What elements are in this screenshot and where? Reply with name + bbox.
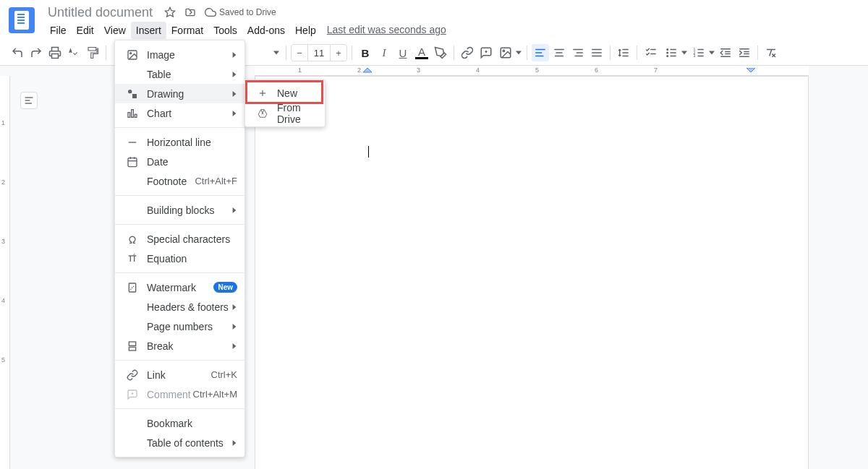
insert-label: Equation <box>147 253 237 264</box>
link-button[interactable] <box>459 44 476 61</box>
insert-label: Comment <box>147 389 193 400</box>
break-icon <box>125 340 140 352</box>
insert-horizontal-line[interactable]: Horizontal line <box>115 132 244 152</box>
insert-label: Page numbers <box>147 321 231 332</box>
submenu-arrow-icon <box>231 304 237 311</box>
submenu-arrow-icon <box>231 343 237 350</box>
menu-view[interactable]: View <box>99 22 131 39</box>
insert-table-of-contents[interactable]: Table of contents <box>115 433 244 452</box>
insert-break[interactable]: Break <box>115 336 244 356</box>
svg-marker-3 <box>273 51 279 55</box>
align-justify-button[interactable] <box>588 44 605 61</box>
font-size-value[interactable]: 11 <box>307 45 331 61</box>
clear-format-button[interactable] <box>762 44 780 61</box>
bold-button[interactable]: B <box>357 44 374 61</box>
drawing-label: From Drive <box>277 102 318 125</box>
italic-button[interactable]: I <box>375 44 393 61</box>
styles-dropdown[interactable] <box>271 44 281 61</box>
submenu-arrow-icon <box>231 51 237 59</box>
spellcheck-button[interactable] <box>65 44 82 61</box>
insert-table[interactable]: Table <box>115 64 244 84</box>
vertical-ruler[interactable]: 12345 <box>0 76 10 469</box>
submenu-arrow-icon <box>231 71 237 78</box>
insert-headers-footers[interactable]: Headers & footers <box>115 297 244 317</box>
decrease-indent-button[interactable] <box>717 44 734 61</box>
font-size-control: − 11 + <box>291 44 347 61</box>
align-right-button[interactable] <box>569 44 587 61</box>
shortcut-label: Ctrl+K <box>211 369 237 380</box>
checklist-button[interactable] <box>642 44 660 61</box>
insert-image[interactable]: Image <box>115 45 244 64</box>
font-size-increase[interactable]: + <box>331 48 346 59</box>
text-color-button[interactable]: A <box>413 44 430 61</box>
docs-logo[interactable] <box>6 4 38 33</box>
doc-title[interactable]: Untitled document <box>45 4 156 21</box>
line-spacing-button[interactable] <box>615 44 632 61</box>
drawing-from-drive[interactable]: From Drive <box>245 103 325 124</box>
insert-label: Special characters <box>147 233 237 245</box>
insert-footnote[interactable]: FootnoteCtrl+Alt+F <box>115 171 244 191</box>
insert-label: Bookmark <box>147 418 237 429</box>
svg-rect-62 <box>135 114 137 117</box>
horizontal-ruler[interactable]: 1234567 <box>255 66 809 76</box>
comment-button[interactable] <box>477 44 495 61</box>
insert-chart[interactable]: Chart <box>115 103 244 123</box>
insert-building-blocks[interactable]: Building blocks <box>115 200 244 220</box>
svg-marker-56 <box>233 72 237 77</box>
image-button[interactable] <box>496 44 522 61</box>
drawing-new[interactable]: New <box>245 83 325 103</box>
svg-marker-83 <box>233 440 237 446</box>
svg-rect-60 <box>128 112 130 117</box>
outline-button[interactable] <box>20 92 38 109</box>
insert-label: Table <box>147 69 231 80</box>
star-icon[interactable] <box>164 7 176 18</box>
redo-button[interactable] <box>27 44 45 61</box>
insert-page-numbers[interactable]: Page numbers <box>115 317 244 336</box>
insert-label: Link <box>147 369 211 381</box>
document-page[interactable] <box>255 76 809 469</box>
svg-point-27 <box>667 49 668 51</box>
omega-icon <box>125 233 140 245</box>
insert-equation[interactable]: 2Equation <box>115 249 244 268</box>
print-button[interactable] <box>46 44 64 61</box>
menu-insert[interactable]: Insert <box>131 22 166 39</box>
menu-add-ons[interactable]: Add-ons <box>242 22 290 39</box>
svg-marker-40 <box>709 51 715 55</box>
move-icon[interactable] <box>184 7 196 18</box>
insert-link[interactable]: LinkCtrl+K <box>115 365 244 384</box>
menu-file[interactable]: File <box>45 22 72 39</box>
menu-help[interactable]: Help <box>290 22 321 39</box>
numbered-list-button[interactable]: 123 <box>689 44 715 61</box>
highlight-button[interactable] <box>432 44 449 61</box>
date-icon <box>125 156 140 168</box>
svg-marker-0 <box>165 7 174 17</box>
align-left-button[interactable] <box>532 44 549 61</box>
align-center-button[interactable] <box>550 44 568 61</box>
edit-status[interactable]: Last edit was seconds ago <box>327 22 446 39</box>
bullet-list-button[interactable] <box>662 44 688 61</box>
insert-drawing[interactable]: Drawing <box>115 84 244 103</box>
insert-special-characters[interactable]: Special characters <box>115 229 244 249</box>
svg-marker-33 <box>681 51 687 55</box>
menu-tools[interactable]: Tools <box>208 22 242 39</box>
insert-date[interactable]: Date <box>115 152 244 171</box>
svg-marker-76 <box>233 304 237 310</box>
submenu-arrow-icon <box>231 439 237 447</box>
undo-button[interactable] <box>9 44 26 61</box>
paint-format-button[interactable] <box>84 44 101 61</box>
new-badge: New <box>213 282 237 293</box>
insert-watermark[interactable]: WatermarkNew <box>115 277 244 297</box>
svg-point-29 <box>667 52 668 53</box>
menu-edit[interactable]: Edit <box>72 22 99 39</box>
shortcut-label: Ctrl+Alt+F <box>195 176 237 186</box>
chart-icon <box>125 108 140 119</box>
drawing-icon <box>125 88 140 100</box>
increase-indent-button[interactable] <box>736 44 753 61</box>
menu-format[interactable]: Format <box>166 22 208 39</box>
font-size-decrease[interactable]: − <box>292 48 307 59</box>
insert-bookmark[interactable]: Bookmark <box>115 413 244 433</box>
insert-menu: ImageTableDrawingChartHorizontal lineDat… <box>114 40 245 457</box>
submenu-arrow-icon <box>231 90 237 98</box>
underline-button[interactable]: U <box>394 44 412 61</box>
svg-rect-78 <box>129 342 135 345</box>
